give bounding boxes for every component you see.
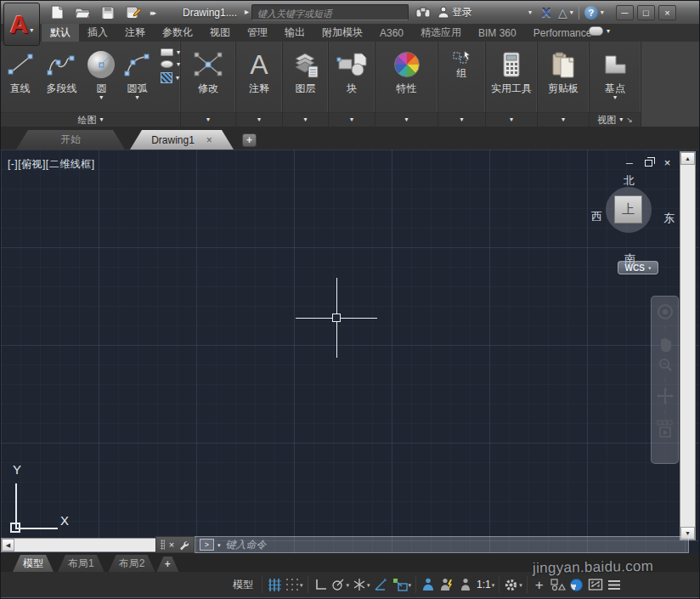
polar-tracking-toggle[interactable] [330, 574, 352, 595]
file-tab-drawing1[interactable]: Drawing1 × [130, 130, 234, 150]
orbit-icon[interactable] [657, 387, 674, 404]
wcs-button[interactable]: WCS [618, 261, 658, 274]
ribbon-tab-addins[interactable]: 附加模块 [313, 24, 371, 42]
minimize-button[interactable]: ─ [616, 5, 634, 20]
drawing-close-button[interactable]: × [664, 156, 671, 169]
polyline-button[interactable]: 多段线 [39, 45, 84, 94]
modify-panel-footer[interactable] [181, 112, 235, 127]
circle-dropdown-icon[interactable] [99, 94, 103, 101]
scroll-up-icon[interactable]: ▲ [680, 152, 695, 165]
rectangle-button[interactable] [161, 48, 180, 56]
a360-icon[interactable]: △ [558, 4, 567, 21]
customize-wrench-icon[interactable] [178, 540, 189, 551]
command-input[interactable] [224, 538, 684, 551]
recent-commands-icon[interactable] [217, 542, 221, 548]
object-snap-toggle[interactable] [391, 574, 414, 595]
showmotion-icon[interactable] [657, 420, 674, 438]
properties-panel-footer[interactable] [375, 112, 438, 127]
layout1-tab[interactable]: 布局1 [58, 555, 104, 572]
properties-button[interactable]: 特性 [394, 45, 420, 94]
clean-screen-button[interactable] [586, 574, 605, 595]
ribbon-display-toggle[interactable] [589, 26, 610, 36]
arc-button[interactable]: 圆弧 [119, 45, 155, 101]
snap-dropdown-icon[interactable] [300, 582, 303, 588]
a360-dropdown-icon[interactable] [570, 9, 573, 16]
ribbon-tab-insert[interactable]: 插入 [79, 24, 116, 42]
qat-expand-chevrons-icon[interactable]: ▸▸ [150, 8, 155, 17]
clipboard-button[interactable]: 剪贴板 [548, 45, 579, 94]
modify-button[interactable]: 修改 [193, 45, 223, 94]
ribbon-tab-bim360[interactable]: BIM 360 [470, 24, 525, 42]
osnap-dropdown-icon[interactable] [409, 582, 412, 588]
isodraft-dropdown-icon[interactable] [367, 582, 370, 588]
file-tab-start[interactable]: 开始 [16, 130, 125, 150]
help-search-box[interactable] [251, 4, 409, 20]
annotation-autoscale-toggle[interactable] [438, 574, 456, 595]
search-input[interactable] [252, 7, 408, 21]
viewcube-west[interactable]: 西 [591, 209, 602, 224]
signin-button[interactable]: 登录 [438, 4, 472, 21]
new-layout-button[interactable]: + [156, 557, 178, 572]
rectangle-dropdown-icon[interactable] [177, 49, 180, 56]
ribbon-tab-parametric[interactable]: 参数化 [154, 24, 201, 42]
workspace-dropdown-icon[interactable] [519, 582, 522, 588]
arc-dropdown-icon[interactable] [135, 94, 138, 101]
ribbon-tab-view[interactable]: 视图 [201, 24, 239, 42]
line-button[interactable]: 直线 [1, 45, 39, 94]
snap-toggle[interactable] [284, 574, 305, 595]
customization-button[interactable] [605, 574, 624, 595]
save-button[interactable] [99, 5, 116, 20]
draw-panel-footer[interactable]: 绘图 [1, 112, 180, 127]
layers-button[interactable]: 图层 [291, 45, 320, 94]
ellipse-button[interactable] [161, 60, 180, 68]
utilities-panel-footer[interactable] [486, 112, 537, 127]
annotation-monitor-toggle[interactable] [530, 574, 549, 595]
drawing-restore-button[interactable] [645, 160, 652, 167]
hatch-dropdown-icon[interactable] [176, 75, 179, 82]
pan-hand-icon[interactable] [658, 336, 673, 353]
quick-properties-toggle[interactable] [549, 574, 567, 595]
drag-grip-icon[interactable] [161, 540, 165, 550]
clipboard-panel-footer[interactable] [538, 112, 589, 127]
new-file-button[interactable] [48, 5, 65, 20]
group-panel-footer[interactable] [438, 112, 485, 127]
block-button[interactable]: 块 [336, 45, 368, 94]
command-line[interactable]: × > [155, 536, 689, 553]
object-snap-tracking-toggle[interactable] [372, 574, 391, 595]
command-prompt-icon[interactable]: > [200, 539, 214, 551]
zoom-dropdown-icon[interactable] [663, 376, 667, 383]
workspace-switching-button[interactable] [502, 574, 524, 595]
isodraft-toggle[interactable] [351, 574, 372, 595]
orbit-dropdown-icon[interactable] [663, 409, 667, 415]
annotation-scale-button[interactable]: 1:1 [475, 574, 496, 595]
vertical-scrollbar[interactable]: ▲ ▼ [680, 151, 696, 540]
annotation-visibility-toggle[interactable] [419, 574, 438, 595]
signin-dropdown-icon[interactable] [528, 9, 532, 16]
open-file-button[interactable] [74, 5, 91, 20]
ribbon-tab-featured-apps[interactable]: 精选应用 [412, 24, 470, 42]
viewcube-top-face[interactable]: 上 [614, 195, 642, 223]
close-button[interactable]: × [658, 5, 676, 20]
annotation-scale-person[interactable] [456, 574, 475, 595]
command-close-icon[interactable]: × [169, 540, 174, 550]
block-panel-footer[interactable] [329, 112, 375, 127]
base-point-dropdown-icon[interactable] [613, 94, 617, 101]
group-button[interactable]: 组 [453, 45, 471, 79]
drawing-minimize-button[interactable]: ─ [626, 158, 633, 168]
ribbon-tab-output[interactable]: 输出 [276, 24, 313, 42]
signin-label[interactable]: 登录 [452, 5, 472, 20]
horizontal-scrollbar[interactable]: ◀ [1, 538, 162, 552]
viewport-controls-label[interactable]: [-][俯视][二维线框] [8, 157, 95, 172]
viewcube[interactable]: 北 南 西 东 上 [594, 173, 682, 267]
circle-button[interactable]: 圆 [84, 45, 119, 101]
ellipse-dropdown-icon[interactable] [177, 61, 180, 68]
ribbon-tab-a360[interactable]: A360 [371, 24, 412, 42]
save-as-button[interactable] [125, 5, 142, 20]
scale-dropdown-icon[interactable] [492, 582, 495, 588]
drawing-canvas[interactable]: [-][俯视][二维线框] ─ × 北 南 西 东 上 WCS [1, 150, 700, 553]
base-point-button[interactable]: 基点 [601, 45, 629, 101]
model-tab[interactable]: 模型 [13, 555, 54, 572]
help-button[interactable]: ? [584, 6, 598, 20]
wheel-dropdown-icon[interactable] [663, 325, 667, 331]
viewcube-north[interactable]: 北 [624, 173, 635, 189]
